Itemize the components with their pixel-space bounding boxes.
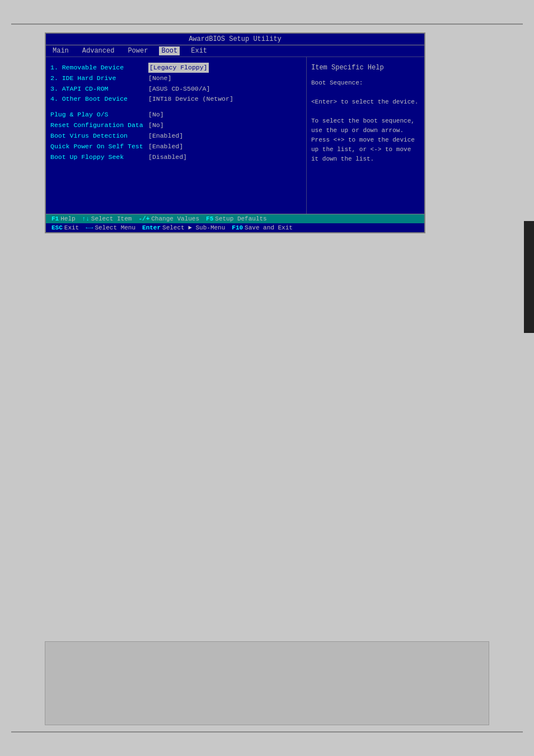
bottom-content-box xyxy=(45,641,489,725)
setting-row-2[interactable]: Reset Configuration Data [No] xyxy=(50,120,302,130)
boot-item-1-label: 1. Removable Device xyxy=(50,63,148,73)
settings-section: Plug & Play O/S [No] Reset Configuration… xyxy=(50,110,302,162)
boot-sequence-section: 1. Removable Device [Legacy Floppy] 2. I… xyxy=(50,63,302,104)
setting-row-1[interactable]: Plug & Play O/S [No] xyxy=(50,110,302,120)
setting-row-5[interactable]: Boot Up Floppy Seek [Disabled] xyxy=(50,152,302,162)
label-save-exit: Save and Exit xyxy=(245,224,293,231)
key-f5: F5 xyxy=(206,215,213,222)
status-esc: ESC Exit xyxy=(48,224,82,231)
status-select-menu: ←→ Select Menu xyxy=(82,224,139,231)
bios-screen: AwardBIOS Setup Utility Main Advanced Po… xyxy=(45,32,425,233)
label-exit: Exit xyxy=(64,224,79,231)
label-change-values: Change Values xyxy=(151,215,199,222)
right-sidebar xyxy=(524,221,534,333)
help-title: Item Specific Help xyxy=(311,63,420,73)
boot-item-4[interactable]: 4. Other Boot Device [INT18 Device (Netw… xyxy=(50,94,302,104)
bios-help-panel: Item Specific Help Boot Sequence: <Enter… xyxy=(307,57,424,214)
status-change-values: -/+ Change Values xyxy=(135,215,203,222)
label-select-item: Select Item xyxy=(91,215,132,222)
label-help: Help xyxy=(60,215,75,222)
setting-2-label: Reset Configuration Data xyxy=(50,120,148,130)
menu-power[interactable]: Power xyxy=(125,46,150,55)
label-select-submenu: Select ► Sub-Menu xyxy=(162,224,225,231)
boot-item-1[interactable]: 1. Removable Device [Legacy Floppy] xyxy=(50,63,302,73)
status-f1: F1 Help xyxy=(48,215,79,222)
menu-exit[interactable]: Exit xyxy=(189,46,209,55)
bottom-rule xyxy=(11,731,523,732)
label-setup-defaults: Setup Defaults xyxy=(215,215,266,222)
boot-item-2-label: 2. IDE Hard Drive xyxy=(50,73,148,83)
setting-5-value: [Disabled] xyxy=(148,152,187,162)
boot-item-4-label: 4. Other Boot Device xyxy=(50,94,148,104)
status-select-item: ↑↓ Select Item xyxy=(79,215,135,222)
boot-item-2[interactable]: 2. IDE Hard Drive [None] xyxy=(50,73,302,83)
boot-item-3[interactable]: 3. ATAPI CD-ROM [ASUS CD-S500/A] xyxy=(50,84,302,94)
key-minus-plus: -/+ xyxy=(138,215,149,222)
setting-1-label: Plug & Play O/S xyxy=(50,110,148,120)
setting-3-label: Boot Virus Detection xyxy=(50,131,148,141)
setting-3-value: [Enabled] xyxy=(148,131,183,141)
key-arrows-ud: ↑↓ xyxy=(82,215,90,222)
setting-5-label: Boot Up Floppy Seek xyxy=(50,152,148,162)
key-arrows-lr: ←→ xyxy=(86,224,93,231)
setting-row-3[interactable]: Boot Virus Detection [Enabled] xyxy=(50,131,302,141)
menu-main[interactable]: Main xyxy=(50,46,71,55)
bios-left-panel: 1. Removable Device [Legacy Floppy] 2. I… xyxy=(46,57,307,214)
setting-1-value: [No] xyxy=(148,110,164,120)
boot-item-3-label: 3. ATAPI CD-ROM xyxy=(50,84,148,94)
setting-row-4[interactable]: Quick Power On Self Test [Enabled] xyxy=(50,142,302,152)
boot-item-2-value: [None] xyxy=(148,73,171,83)
menu-advanced[interactable]: Advanced xyxy=(80,46,117,55)
bios-menubar: Main Advanced Power Boot Exit xyxy=(46,45,424,57)
status-enter: Enter Select ► Sub-Menu xyxy=(139,224,228,231)
boot-item-1-value: [Legacy Floppy] xyxy=(148,63,209,73)
key-enter: Enter xyxy=(142,224,161,231)
setting-4-label: Quick Power On Self Test xyxy=(50,142,148,152)
bios-title: AwardBIOS Setup Utility xyxy=(46,34,424,45)
boot-item-3-value: [ASUS CD-S500/A] xyxy=(148,84,210,94)
bios-statusbar: F1 Help ↑↓ Select Item -/+ Change Values… xyxy=(46,214,424,232)
setting-4-value: [Enabled] xyxy=(148,142,183,152)
boot-item-4-value: [INT18 Device (Networ] xyxy=(148,94,233,104)
bios-content: 1. Removable Device [Legacy Floppy] 2. I… xyxy=(46,57,424,214)
top-rule xyxy=(11,24,523,25)
key-f1: F1 xyxy=(51,215,59,222)
status-f10: F10 Save and Exit xyxy=(228,224,296,231)
help-content: Boot Sequence: <Enter> to select the dev… xyxy=(311,78,420,164)
label-select-menu: Select Menu xyxy=(95,224,135,231)
menu-boot[interactable]: Boot xyxy=(159,46,180,55)
key-esc: ESC xyxy=(51,224,63,231)
setting-2-value: [No] xyxy=(148,120,164,130)
status-f5: F5 Setup Defaults xyxy=(203,215,270,222)
key-f10: F10 xyxy=(232,224,243,231)
bios-title-text: AwardBIOS Setup Utility xyxy=(189,35,282,43)
